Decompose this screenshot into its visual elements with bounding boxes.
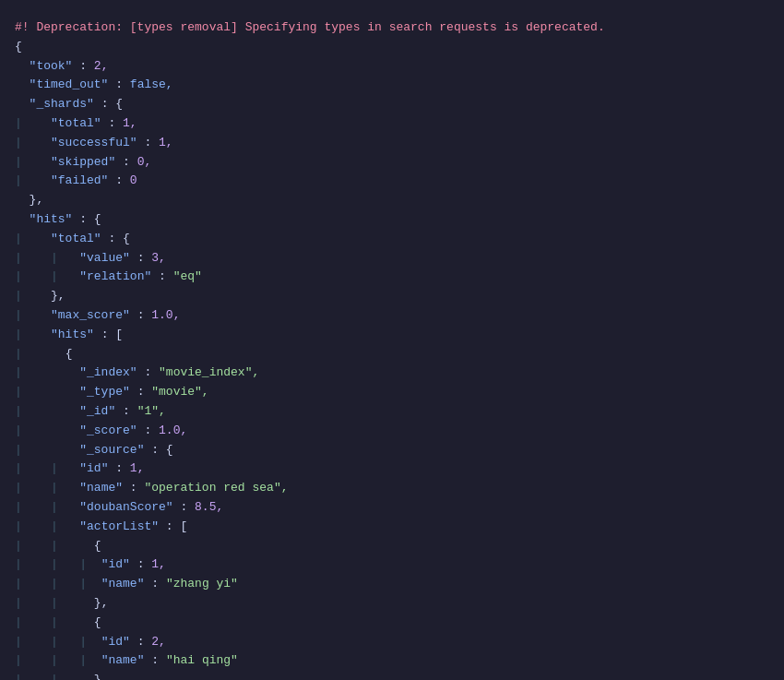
json-output: #! Deprecation: [types removal] Specifyi…: [0, 7, 784, 680]
code-viewer: #! Deprecation: [types removal] Specifyi…: [0, 0, 784, 680]
